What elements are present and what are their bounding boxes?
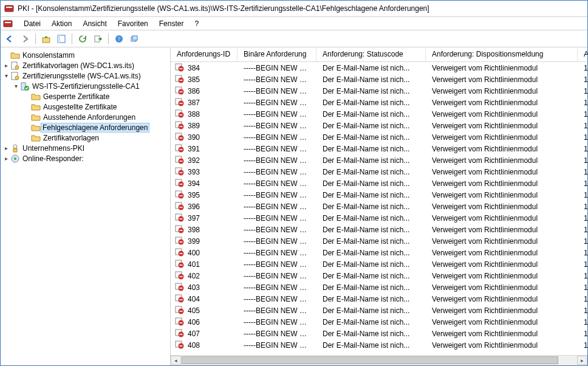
table-row[interactable]: 405-----BEGIN NEW CE...Der E-Mail-Name i… (171, 305, 587, 316)
svg-rect-54 (180, 184, 183, 185)
tree-node-online-responder[interactable]: ▸ Online-Responder: (1, 153, 170, 164)
table-row[interactable]: 394-----BEGIN NEW CE...Der E-Mail-Name i… (171, 178, 587, 189)
table-row[interactable]: 400-----BEGIN NEW CE...Der E-Mail-Name i… (171, 247, 587, 258)
cell-request-id: 407 (171, 327, 238, 340)
tree-node-failed[interactable]: Fehlgeschlagene Anforderungen (1, 122, 170, 133)
table-row[interactable]: 399-----BEGIN NEW CE...Der E-Mail-Name i… (171, 235, 587, 247)
scroll-left-button[interactable]: ◂ (171, 356, 181, 365)
table-row[interactable]: 398-----BEGIN NEW CE...Der E-Mail-Name i… (171, 224, 587, 235)
table-row[interactable]: 388-----BEGIN NEW CE...Der E-Mail-Name i… (171, 108, 587, 120)
failed-request-icon (174, 62, 184, 74)
tree-label: Gesperrte Zertifikate (43, 92, 110, 101)
menu-aktion[interactable]: Aktion (47, 18, 77, 29)
tree-node-templates-dc1[interactable]: ▸ Zertifikatvorlagen (WS-DC1.ws.its) (1, 60, 170, 71)
table-row[interactable]: 403-----BEGIN NEW CE...Der E-Mail-Name i… (171, 281, 587, 293)
scroll-right-button[interactable]: ▸ (577, 356, 587, 365)
menu-fenster[interactable]: Fenster (154, 18, 189, 29)
table-row[interactable]: 407-----BEGIN NEW CE...Der E-Mail-Name i… (171, 328, 587, 339)
cell-binary-request: -----BEGIN NEW CE... (238, 306, 316, 316)
cell-binary-request: -----BEGIN NEW CE... (238, 213, 316, 223)
folder-icon (31, 133, 41, 143)
menu-ansicht[interactable]: Ansicht (78, 18, 111, 29)
svg-rect-30 (180, 91, 183, 92)
column-header-request-id[interactable]: Anforderungs-ID (171, 47, 238, 61)
request-id-text: 385 (188, 75, 200, 84)
cell-request-id: 387 (171, 96, 238, 109)
table-row[interactable]: 384-----BEGIN NEW CE...Der E-Mail-Name i… (171, 62, 587, 74)
help-button[interactable]: ? (112, 32, 126, 46)
show-hide-tree-button[interactable] (55, 32, 68, 46)
up-folder-button[interactable] (39, 32, 53, 46)
tree-node-ca-templates[interactable]: Zertifikatvorlagen (1, 133, 170, 143)
table-row[interactable]: 386-----BEGIN NEW CE...Der E-Mail-Name i… (171, 85, 587, 97)
table-row[interactable]: 408-----BEGIN NEW CE...Der E-Mail-Name i… (171, 339, 587, 351)
cell-binary-request: -----BEGIN NEW CE... (238, 294, 316, 304)
column-header-request-date[interactable]: Anforderun (578, 47, 587, 61)
cell-request-date: 10.04.2019 1 (578, 75, 587, 85)
cell-request-date: 13.04.2019 0 (578, 237, 587, 246)
tree-node-pending[interactable]: Ausstehende Anforderungen (1, 112, 170, 122)
folder-icon (31, 112, 41, 122)
request-id-text: 394 (188, 179, 200, 188)
refresh-button[interactable] (76, 32, 89, 46)
column-header-binary-req[interactable]: Binäre Anforderung (238, 47, 316, 61)
table-row[interactable]: 395-----BEGIN NEW CE...Der E-Mail-Name i… (171, 189, 587, 201)
menubar: Datei Aktion Ansicht Favoriten Fenster ? (1, 17, 587, 30)
cell-request-id: 399 (171, 235, 238, 247)
table-row[interactable]: 385-----BEGIN NEW CE...Der E-Mail-Name i… (171, 74, 587, 85)
list-view[interactable]: Anforderungs-ID Binäre Anforderung Anfor… (171, 47, 587, 355)
tree-node-revoked[interactable]: Gesperrte Zertifikate (1, 91, 170, 102)
forward-button[interactable] (18, 32, 32, 46)
table-row[interactable]: 396-----BEGIN NEW CE...Der E-Mail-Name i… (171, 201, 587, 212)
cell-status-code: Der E-Mail-Name ist nich... (316, 213, 426, 223)
cell-disposition: Verweigert vom Richtlinienmodul (426, 109, 578, 119)
cell-request-id: 396 (171, 200, 238, 213)
cell-binary-request: -----BEGIN NEW CE... (238, 121, 316, 131)
table-row[interactable]: 391-----BEGIN NEW CE...Der E-Mail-Name i… (171, 143, 587, 154)
table-row[interactable]: 392-----BEGIN NEW CE...Der E-Mail-Name i… (171, 154, 587, 166)
menu-favoriten[interactable]: Favoriten (113, 18, 153, 29)
column-header-status-code[interactable]: Anforderung: Statuscode (316, 47, 426, 61)
tree-node-ca[interactable]: ▾ Zertifizierungsstelle (WS-CA1.ws.its) (1, 71, 170, 81)
app-icon (4, 4, 14, 13)
request-id-text: 391 (188, 145, 200, 153)
table-row[interactable]: 404-----BEGIN NEW CE...Der E-Mail-Name i… (171, 293, 587, 305)
chevron-right-icon[interactable]: ▸ (2, 155, 10, 162)
cell-binary-request: -----BEGIN NEW CE... (238, 75, 316, 85)
tree-node-ca-instance[interactable]: ▾ WS-ITS-Zertifizierungsstelle-CA1 (1, 81, 170, 91)
table-row[interactable]: 393-----BEGIN NEW CE...Der E-Mail-Name i… (171, 166, 587, 178)
table-row[interactable]: 390-----BEGIN NEW CE...Der E-Mail-Name i… (171, 131, 587, 143)
tree-view[interactable]: Konsolenstamm ▸ Zertifikatvorlagen (WS-D… (1, 47, 171, 365)
table-row[interactable]: 397-----BEGIN NEW CE...Der E-Mail-Name i… (171, 212, 587, 224)
table-row[interactable]: 406-----BEGIN NEW CE...Der E-Mail-Name i… (171, 316, 587, 328)
table-row[interactable]: 387-----BEGIN NEW CE...Der E-Mail-Name i… (171, 97, 587, 108)
cell-binary-request: -----BEGIN NEW CE... (238, 202, 316, 212)
horizontal-scrollbar[interactable]: ◂ ▸ (171, 355, 587, 365)
tree-node-issued[interactable]: Ausgestellte Zertifikate (1, 102, 170, 112)
svg-rect-11 (132, 36, 137, 40)
cell-disposition: Verweigert vom Richtlinienmodul (426, 317, 578, 327)
table-row[interactable]: 401-----BEGIN NEW CE...Der E-Mail-Name i… (171, 258, 587, 270)
menu-help[interactable]: ? (190, 18, 203, 29)
svg-rect-3 (5, 22, 11, 23)
table-row[interactable]: 389-----BEGIN NEW CE...Der E-Mail-Name i… (171, 120, 587, 131)
failed-request-icon (174, 201, 184, 212)
chevron-right-icon[interactable]: ▸ (2, 145, 10, 151)
new-window-button[interactable] (128, 32, 141, 46)
back-button[interactable] (3, 32, 16, 46)
cell-request-date: 11.04.2019 1 (578, 133, 587, 142)
tree-node-enterprise-pki[interactable]: ▸ Unternehmens-PKI (1, 143, 170, 153)
scroll-thumb[interactable] (182, 356, 558, 364)
failed-request-icon (174, 328, 184, 339)
cell-disposition: Verweigert vom Richtlinienmodul (426, 271, 578, 281)
chevron-down-icon[interactable]: ▾ (12, 83, 20, 89)
table-row[interactable]: 402-----BEGIN NEW CE...Der E-Mail-Name i… (171, 270, 587, 281)
chevron-down-icon[interactable]: ▾ (2, 72, 10, 79)
export-list-button[interactable] (91, 32, 104, 46)
failed-request-icon (174, 143, 184, 154)
tree-node-root[interactable]: Konsolenstamm (1, 50, 170, 60)
chevron-right-icon[interactable]: ▸ (2, 62, 10, 69)
toolbar-separator (72, 33, 72, 44)
menu-datei[interactable]: Datei (19, 18, 46, 29)
column-header-disposition[interactable]: Anforderung: Dispositionsmeldung (426, 47, 578, 61)
